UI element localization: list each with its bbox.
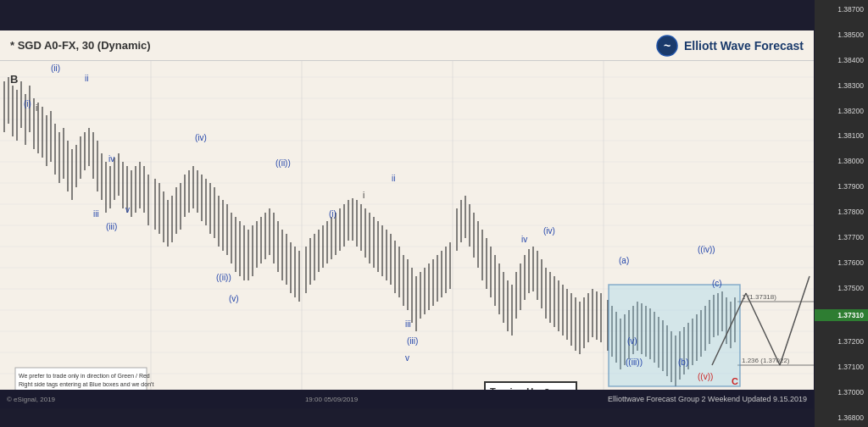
chart-header: * SGD A0-FX, 30 (Dynamic) ~ Elliott Wave… <box>0 30 814 61</box>
svg-text:(ii): (ii) <box>51 64 60 73</box>
svg-text:(b): (b) <box>678 358 688 367</box>
svg-text:(iv): (iv) <box>543 226 555 236</box>
svg-text:v: v <box>405 353 409 363</box>
svg-text:iii: iii <box>93 209 99 219</box>
price-11: 1.37600 <box>815 258 868 267</box>
svg-text:(i): (i) <box>329 209 337 219</box>
time-label: 19:00 05/09/2019 <box>305 396 358 403</box>
svg-text:~: ~ <box>664 39 670 53</box>
svg-text:Right side tags entering at Bl: Right side tags entering at Blue boxes a… <box>19 381 153 388</box>
svg-text:iii: iii <box>405 319 411 329</box>
price-axis: 1.38700 1.38500 1.38400 1.38300 1.38200 … <box>815 0 868 427</box>
svg-text:(iv): (iv) <box>195 133 207 142</box>
svg-text:(i): (i) <box>24 99 31 108</box>
chart-svg: 09 10 11 12 13 Invalidation level 1.3857… <box>0 30 814 408</box>
price-2: 1.38500 <box>815 30 868 39</box>
svg-text:v: v <box>125 205 130 214</box>
svg-text:((iii)): ((iii)) <box>626 358 643 367</box>
price-14: 1.37100 <box>815 363 868 371</box>
svg-text:iv: iv <box>521 235 527 244</box>
chart-title: * SGD A0-FX, 30 (Dynamic) <box>10 39 151 52</box>
current-price: 1.37310 <box>815 309 868 321</box>
price-3: 1.38400 <box>815 56 868 64</box>
svg-text:(a): (a) <box>619 256 629 265</box>
svg-text:(iii): (iii) <box>106 222 117 231</box>
price-5: 1.38200 <box>815 107 868 115</box>
svg-text:(v): (v) <box>627 336 637 346</box>
svg-rect-207 <box>609 285 740 386</box>
price-7: 1.38000 <box>815 157 868 165</box>
svg-text:((ii)): ((ii)) <box>216 273 231 282</box>
price-10: 1.37700 <box>815 233 868 241</box>
svg-text:((v)): ((v)) <box>698 372 713 381</box>
logo-area: ~ Elliott Wave Forecast <box>655 34 804 58</box>
svg-text:ii: ii <box>85 74 88 83</box>
price-9: 1.37800 <box>815 208 868 216</box>
svg-text:(v): (v) <box>229 294 239 303</box>
logo-text: Elliott Wave Forecast <box>684 39 804 53</box>
price-8: 1.37900 <box>815 182 868 191</box>
ewf-credit: Elliottwave Forecast Group 2 Weekend Upd… <box>608 395 807 403</box>
svg-text:(iii): (iii) <box>407 336 418 346</box>
chart-container: 1.38700 1.38500 1.38400 1.38300 1.38200 … <box>0 0 868 427</box>
price-15: 1.37000 <box>815 388 868 396</box>
svg-text:C: C <box>732 376 738 386</box>
price-6: 1.38100 <box>815 131 868 140</box>
svg-text:((iv)): ((iv)) <box>698 245 715 254</box>
svg-text:(c): (c) <box>712 279 722 288</box>
price-12: 1.37500 <box>815 284 868 292</box>
svg-text:B: B <box>10 73 18 86</box>
svg-text:iv: iv <box>108 154 114 164</box>
price-1: 1.38700 <box>815 5 868 14</box>
svg-text:i: i <box>36 103 37 113</box>
price-13: 1.37200 <box>815 337 868 346</box>
chart-area: * SGD A0-FX, 30 (Dynamic) ~ Elliott Wave… <box>0 30 814 408</box>
logo-icon: ~ <box>655 34 679 58</box>
price-4: 1.38300 <box>815 81 868 90</box>
svg-text:i: i <box>363 191 364 200</box>
svg-text:We prefer to trade only in dir: We prefer to trade only in direction of … <box>19 373 150 380</box>
price-16: 1.36800 <box>815 413 868 422</box>
esignal-credit: © eSignal, 2019 <box>7 396 55 403</box>
svg-text:ii: ii <box>392 174 395 183</box>
svg-text:((ii)): ((ii)) <box>275 158 291 168</box>
footer-bar: © eSignal, 2019 19:00 05/09/2019 Elliott… <box>0 390 814 408</box>
